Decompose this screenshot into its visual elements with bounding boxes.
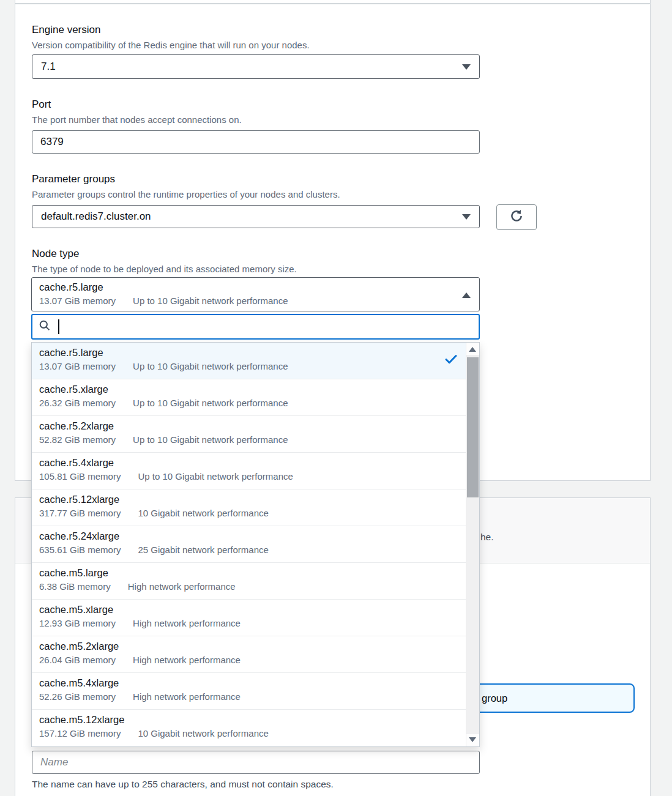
node-type-description: The type of node to be deployed and its … — [32, 264, 297, 274]
node-type-selected-name: cache.r5.large — [39, 281, 455, 293]
scrollbar-thumb[interactable] — [467, 357, 479, 497]
engine-version-label: Engine version — [32, 24, 100, 36]
node-type-options: cache.r5.large 13.07 GiB memory Up to 10… — [32, 343, 466, 746]
node-type-option[interactable]: cache.m5.12xlarge 157.12 GiB memory 10 G… — [32, 710, 466, 746]
cluster-name-help-text: The name can have up to 255 characters, … — [32, 779, 334, 790]
node-type-label: Node type — [32, 248, 80, 260]
node-type-selected-network: Up to 10 Gigabit network performance — [133, 296, 288, 306]
node-type-option[interactable]: cache.r5.4xlarge 105.81 GiB memory Up to… — [32, 453, 466, 489]
node-type-option[interactable]: cache.m5.large 6.38 GiB memory High netw… — [32, 563, 466, 600]
node-type-option[interactable]: cache.r5.2xlarge 52.82 GiB memory Up to … — [32, 416, 466, 453]
parameter-groups-label: Parameter groups — [32, 173, 115, 185]
parameter-groups-description: Parameter groups control the runtime pro… — [32, 189, 340, 199]
engine-version-description: Version compatibility of the Redis engin… — [32, 40, 310, 50]
node-type-option[interactable]: cache.r5.xlarge 26.32 GiB memory Up to 1… — [32, 379, 466, 416]
node-type-option[interactable]: cache.m5.xlarge 12.93 GiB memory High ne… — [32, 600, 466, 636]
port-input[interactable] — [32, 130, 480, 154]
cluster-name-input[interactable] — [32, 751, 480, 774]
node-type-filter-input[interactable] — [31, 314, 480, 340]
refresh-parameter-groups-button[interactable] — [496, 204, 537, 230]
scroll-down-arrow-icon[interactable] — [469, 737, 476, 742]
port-description: The port number that nodes accept connec… — [32, 114, 242, 125]
obscured-sentence-fragment: he. — [480, 532, 494, 543]
node-type-selected-memory: 13.07 GiB memory — [39, 296, 116, 306]
engine-version-value: 7.1 — [41, 61, 56, 73]
elasticache-settings-page: Engine version Version compatibility of … — [0, 0, 672, 796]
engine-version-select[interactable]: 7.1 — [32, 54, 480, 79]
node-type-dropdown: cache.r5.large 13.07 GiB memory Up to 10… — [31, 277, 480, 747]
node-type-option[interactable]: cache.m5.4xlarge 52.26 GiB memory High n… — [32, 673, 466, 710]
chevron-down-icon — [462, 214, 471, 220]
chevron-up-icon — [462, 292, 471, 298]
text-cursor — [58, 319, 59, 334]
node-type-option[interactable]: cache.r5.large 13.07 GiB memory Up to 10… — [32, 343, 466, 379]
refresh-icon — [509, 208, 525, 226]
search-icon — [39, 319, 51, 334]
obscured-tile-label: group — [482, 693, 507, 704]
scroll-up-arrow-icon[interactable] — [469, 347, 476, 352]
node-type-options-list: cache.r5.large 13.07 GiB memory Up to 10… — [31, 342, 480, 747]
node-type-option[interactable]: cache.r5.24xlarge 635.61 GiB memory 25 G… — [32, 526, 466, 563]
port-label: Port — [32, 99, 51, 111]
selected-check-icon — [444, 352, 458, 369]
dropdown-scrollbar[interactable] — [466, 343, 479, 746]
node-type-option[interactable]: cache.r5.12xlarge 317.77 GiB memory 10 G… — [32, 489, 466, 526]
parameter-groups-value: default.redis7.cluster.on — [41, 210, 151, 223]
parameter-groups-select[interactable]: default.redis7.cluster.on — [32, 205, 480, 228]
chevron-down-icon — [462, 64, 471, 70]
node-type-select-trigger[interactable]: cache.r5.large 13.07 GiB memory Up to 10… — [31, 277, 480, 311]
node-type-option[interactable]: cache.m5.2xlarge 26.04 GiB memory High n… — [32, 636, 466, 673]
